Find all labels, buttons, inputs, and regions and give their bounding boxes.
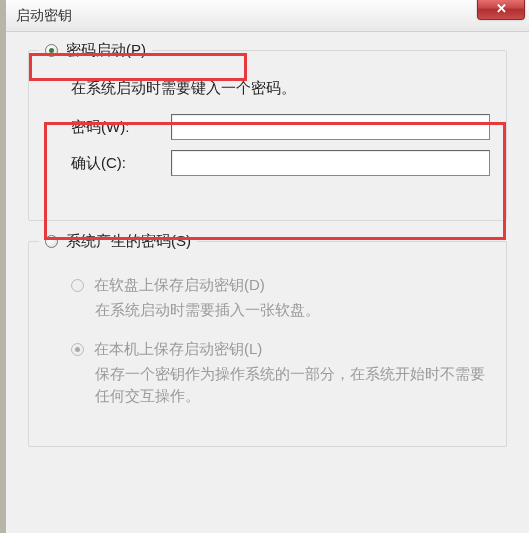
radio-floppy (71, 279, 84, 292)
titlebar: 启动密钥 ✕ (6, 0, 529, 32)
window-title: 启动密钥 (16, 7, 72, 25)
group-system-legend[interactable]: 系统产生的密码(S) (39, 232, 197, 251)
confirm-row: 确认(C): (71, 150, 490, 176)
radio-password-label: 密码启动(P) (66, 41, 146, 60)
group-password-legend[interactable]: 密码启动(P) (39, 41, 152, 60)
floppy-desc: 在系统启动时需要插入一张软盘。 (95, 299, 490, 322)
group-system-password: 系统产生的密码(S) 在软盘上保存启动密钥(D) 在系统启动时需要插入一张软盘。… (28, 241, 507, 447)
radio-password-startup[interactable] (45, 44, 58, 57)
confirm-label: 确认(C): (71, 154, 171, 173)
option-local: 在本机上保存启动密钥(L) (71, 340, 490, 359)
option-floppy: 在软盘上保存启动密钥(D) (71, 276, 490, 295)
password-row: 密码(W): (71, 114, 490, 140)
close-icon: ✕ (496, 1, 507, 16)
local-desc: 保存一个密钥作为操作系统的一部分，在系统开始时不需要任何交互操作。 (95, 363, 490, 408)
confirm-input[interactable] (171, 150, 490, 176)
radio-local (71, 343, 84, 356)
password-startup-desc: 在系统启动时需要键入一个密码。 (71, 79, 490, 98)
password-label: 密码(W): (71, 118, 171, 137)
radio-local-label: 在本机上保存启动密钥(L) (94, 340, 262, 359)
close-button[interactable]: ✕ (477, 0, 525, 20)
radio-floppy-label: 在软盘上保存启动密钥(D) (94, 276, 265, 295)
dialog-content: 密码启动(P) 在系统启动时需要键入一个密码。 密码(W): 确认(C): 系统… (6, 32, 529, 477)
password-input[interactable] (171, 114, 490, 140)
dialog-window: 启动密钥 ✕ 密码启动(P) 在系统启动时需要键入一个密码。 密码(W): 确认… (0, 0, 529, 533)
radio-system-password[interactable] (45, 235, 58, 248)
radio-system-label: 系统产生的密码(S) (66, 232, 191, 251)
group-password-startup: 密码启动(P) 在系统启动时需要键入一个密码。 密码(W): 确认(C): (28, 50, 507, 221)
